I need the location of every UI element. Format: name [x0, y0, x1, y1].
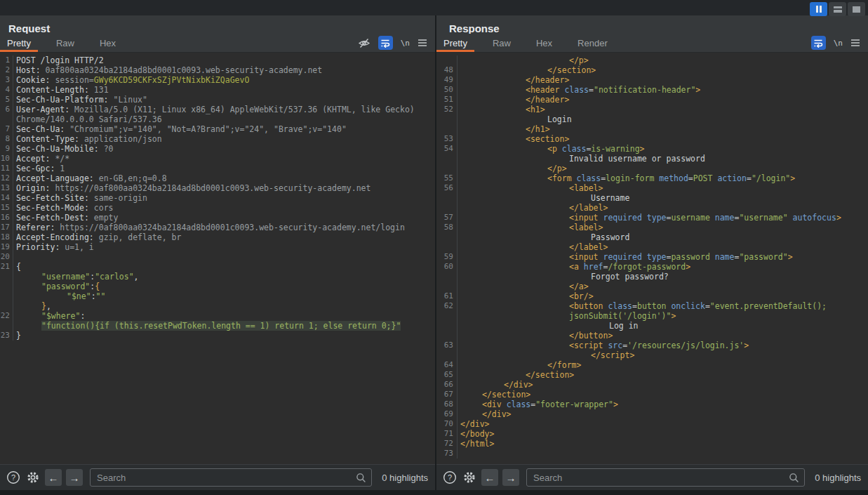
code-line: 54<p class=is-warning>: [436, 144, 868, 154]
line-number: [0, 114, 13, 124]
line-number: [436, 311, 458, 321]
code-line: 60<a href=/forgot-password>: [436, 262, 868, 272]
columns-glyph: [816, 6, 818, 13]
code-line: 18Accept-Encoding: gzip, deflate, br: [0, 232, 435, 242]
svg-text:?: ?: [448, 473, 452, 482]
code-line: 63<script src='/resources/js/login.js'>: [436, 341, 868, 350]
line-number: [436, 124, 458, 134]
search-input[interactable]: [532, 472, 789, 484]
newline-icon[interactable]: \n: [401, 39, 410, 48]
line-number: [436, 350, 458, 360]
line-number: [436, 203, 458, 213]
settings-gear-icon[interactable]: [25, 470, 41, 485]
code-line: 11Sec-Gpc: 1: [0, 164, 435, 173]
code-line: Username: [436, 193, 868, 203]
line-number: 14: [0, 193, 13, 203]
line-number: [0, 272, 13, 282]
code-line: 12Accept-Language: en-GB,en;q=0.8: [0, 173, 435, 183]
code-line: 70</div>: [436, 419, 868, 429]
line-number: 16: [0, 213, 13, 223]
tab-raw[interactable]: Raw: [486, 34, 518, 52]
line-number: [0, 282, 13, 291]
code-line: 8Content-Type: application/json: [0, 134, 435, 144]
settings-gear-icon[interactable]: [462, 470, 477, 485]
line-number: 73: [436, 449, 458, 458]
line-number: [436, 232, 458, 242]
line-number: 56: [436, 183, 458, 193]
eye-off-icon[interactable]: [358, 37, 370, 49]
code-line: 53<section>: [436, 134, 868, 144]
search-prev-button[interactable]: ←: [481, 469, 498, 486]
code-line: 13Origin: https://0af800aa0324ba2184ad8b…: [0, 183, 435, 193]
code-line: 69</div>: [436, 409, 868, 419]
line-number: [436, 282, 458, 291]
line-number: 19: [0, 242, 13, 252]
line-number: 20: [0, 252, 13, 262]
layout-columns-button[interactable]: [810, 2, 827, 16]
request-editor[interactable]: 1POST /login HTTP/22Host: 0af800aa0324ba…: [0, 53, 435, 465]
line-number: 66: [436, 380, 458, 390]
line-number: 9: [0, 144, 13, 154]
layout-single-button[interactable]: [848, 2, 865, 16]
tab-pretty[interactable]: Pretty: [0, 34, 38, 52]
response-header: Response: [436, 15, 868, 34]
code-line: "password":{: [0, 282, 435, 291]
tab-render[interactable]: Render: [570, 34, 615, 52]
line-number: 58: [436, 223, 458, 232]
code-line: </script>: [436, 350, 868, 360]
single-pane-glyph: [853, 6, 860, 13]
line-number: 13: [0, 183, 13, 193]
code-line: 2Host: 0af800aa0324ba2184ad8bd0001c0093.…: [0, 65, 435, 75]
code-line: 61<br/>: [436, 291, 868, 301]
search-input[interactable]: [95, 472, 356, 484]
line-number: [436, 321, 458, 331]
editor-menu-icon[interactable]: [418, 39, 427, 47]
request-search-field: [90, 468, 372, 487]
soft-wrap-icon[interactable]: [378, 36, 393, 50]
tab-hex[interactable]: Hex: [529, 34, 559, 52]
tab-pretty[interactable]: Pretty: [436, 34, 474, 52]
help-icon[interactable]: ?: [442, 470, 458, 485]
line-number: [436, 55, 458, 65]
layout-rows-button[interactable]: [829, 2, 846, 16]
editor-menu-icon[interactable]: [850, 39, 860, 47]
line-number: 63: [436, 341, 458, 350]
code-line: 50<header class="notification-header">: [436, 85, 868, 95]
help-icon[interactable]: ?: [6, 470, 21, 485]
code-line: "function(){if (this.resetPwdToken.lengt…: [0, 321, 435, 331]
code-line: 72</html>: [436, 439, 868, 449]
line-number: [0, 321, 13, 331]
request-editor-toolbar: \n: [358, 34, 435, 52]
response-editor-toolbar: \n: [811, 34, 868, 52]
tab-raw[interactable]: Raw: [49, 34, 81, 52]
line-number: [436, 272, 458, 282]
line-number: 12: [0, 173, 13, 183]
newline-icon[interactable]: \n: [834, 39, 843, 48]
line-number: 61: [436, 291, 458, 301]
line-number: 21: [0, 262, 13, 272]
code-line: Password: [436, 232, 868, 242]
search-prev-button[interactable]: ←: [45, 469, 62, 486]
soft-wrap-icon[interactable]: [811, 36, 826, 50]
line-number: 10: [0, 154, 13, 164]
code-line: </p>: [436, 55, 868, 65]
tab-hex[interactable]: Hex: [93, 34, 123, 52]
code-line: Log in: [436, 321, 868, 331]
line-number: [436, 193, 458, 203]
line-number: 50: [436, 85, 458, 95]
code-line: Invalid username or password: [436, 154, 868, 164]
response-title: Response: [449, 23, 500, 34]
code-line: 67</section>: [436, 390, 868, 400]
line-number: 55: [436, 173, 458, 183]
response-editor[interactable]: </p>48</section>49</header>50<header cla…: [436, 53, 868, 465]
svg-text:?: ?: [11, 473, 15, 482]
search-next-button[interactable]: →: [502, 469, 519, 486]
code-line: jsonSubmit('/login')">: [436, 311, 868, 321]
line-number: 3: [0, 75, 13, 85]
code-line: 7Sec-Ch-Ua: "Chromium";v="140", "Not=A?B…: [0, 124, 435, 134]
code-line: 9Sec-Ch-Ua-Mobile: ?0: [0, 144, 435, 154]
code-line: </button>: [436, 331, 868, 341]
code-line: 14Sec-Fetch-Site: same-origin: [0, 193, 435, 203]
line-number: 60: [436, 262, 458, 272]
search-next-button[interactable]: →: [66, 469, 83, 486]
